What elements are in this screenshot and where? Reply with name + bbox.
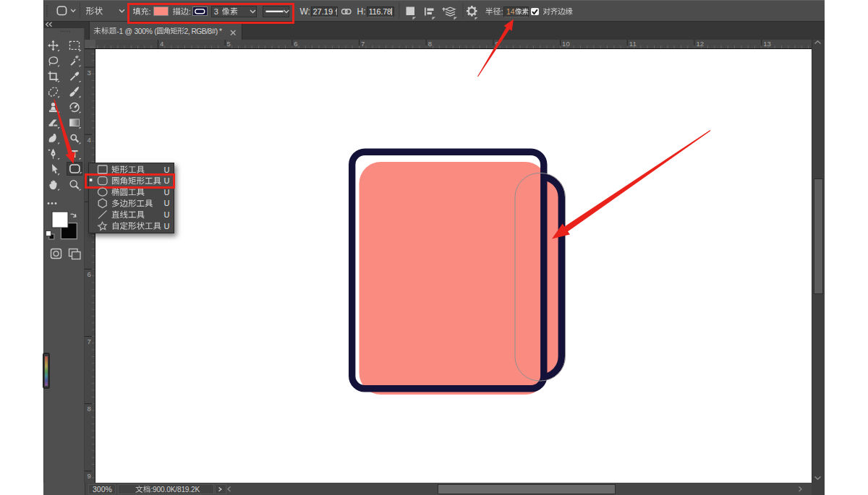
svg-text:5: 5 xyxy=(227,40,231,48)
svg-text::: : xyxy=(149,7,151,16)
svg-text:U: U xyxy=(164,165,170,174)
svg-text::: : xyxy=(189,7,191,16)
svg-text:8: 8 xyxy=(88,405,91,413)
svg-text:14: 14 xyxy=(506,8,515,16)
svg-text:116.78: 116.78 xyxy=(369,7,391,16)
svg-text::900.0K/819.2K: :900.0K/819.2K xyxy=(150,486,200,494)
svg-text:6: 6 xyxy=(294,40,297,48)
svg-text::: : xyxy=(501,7,503,16)
svg-text:W:: W: xyxy=(300,7,310,17)
svg-text:27.19: 27.19 xyxy=(313,7,333,16)
svg-text:U: U xyxy=(164,199,170,207)
svg-text:8: 8 xyxy=(428,40,432,48)
svg-text:3: 3 xyxy=(88,69,91,77)
svg-text:4: 4 xyxy=(160,40,163,48)
svg-text:300%: 300% xyxy=(93,485,112,494)
svg-text:10: 10 xyxy=(562,40,570,48)
svg-text:U: U xyxy=(164,210,170,219)
svg-text:2, RGB/8#) *: 2, RGB/8#) * xyxy=(184,27,222,35)
svg-text:7: 7 xyxy=(88,337,91,345)
svg-text:U: U xyxy=(164,222,170,231)
svg-text:12: 12 xyxy=(697,40,705,48)
svg-text:4: 4 xyxy=(88,136,91,144)
svg-text:H:: H: xyxy=(357,7,366,17)
svg-text:-1 @ 300% (: -1 @ 300% ( xyxy=(116,27,157,35)
svg-text:U: U xyxy=(164,188,170,197)
svg-text:U: U xyxy=(164,176,170,185)
svg-text:13: 13 xyxy=(763,40,771,48)
svg-text:11: 11 xyxy=(629,40,637,48)
svg-text:6: 6 xyxy=(88,270,91,278)
svg-text:7: 7 xyxy=(361,40,365,48)
svg-text:9: 9 xyxy=(88,472,91,480)
svg-text:3: 3 xyxy=(214,7,218,16)
